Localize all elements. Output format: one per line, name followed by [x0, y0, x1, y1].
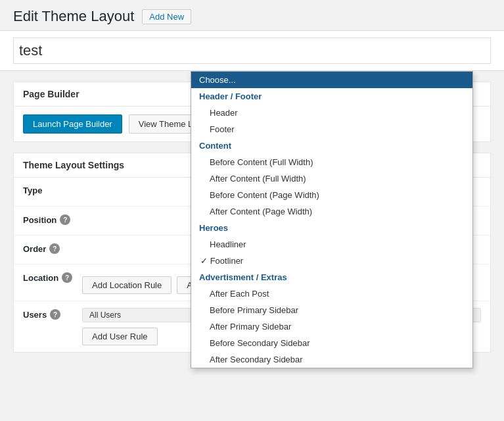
users-help-icon[interactable]: ? [50, 309, 60, 320]
dropdown-group-label: Content [191, 137, 472, 154]
dropdown-option[interactable]: Choose... [191, 72, 472, 88]
title-input[interactable] [13, 37, 491, 64]
location-help-icon[interactable]: ? [62, 272, 72, 283]
add-new-button[interactable]: Add New [142, 9, 191, 24]
users-label: Users ? [23, 308, 82, 320]
order-label: Order ? [23, 242, 82, 254]
add-location-rule-button[interactable]: Add Location Rule [82, 276, 172, 294]
dropdown-group-label: Header / Footer [191, 88, 472, 105]
dropdown-option[interactable]: Before Primary Sidebar [191, 302, 472, 318]
launch-page-builder-button[interactable]: Launch Page Builder [23, 114, 122, 134]
add-user-rule-button[interactable]: Add User Rule [82, 328, 158, 345]
dropdown-group-label: Heroes [191, 220, 472, 236]
main-content: Page Builder Launch Page Builder View Th… [0, 71, 504, 363]
type-label: Type [23, 184, 82, 195]
dropdown-option[interactable]: Footer [191, 121, 472, 137]
dropdown-overlay: Choose...Header / FooterHeaderFooterCont… [191, 71, 473, 368]
position-help-icon[interactable]: ? [60, 214, 70, 225]
dropdown-option[interactable]: Before Content (Page Width) [191, 187, 472, 203]
dropdown-option[interactable]: After Content (Full Width) [191, 170, 472, 187]
dropdown-option[interactable]: Before Content (Full Width) [191, 154, 472, 170]
dropdown-option[interactable]: Footliner [191, 253, 472, 269]
dropdown-option[interactable]: Header [191, 105, 472, 121]
dropdown-group-label: Advertisment / Extras [191, 269, 472, 285]
dropdown-option[interactable]: Before Secondary Sidebar [191, 335, 472, 351]
dropdown-option[interactable]: After Content (Page Width) [191, 203, 472, 220]
position-label: Position ? [23, 213, 82, 225]
dropdown-option[interactable]: Headliner [191, 236, 472, 253]
page-header: Edit Theme Layout Add New [0, 0, 504, 30]
page-title: Edit Theme Layout [13, 8, 134, 25]
order-help-icon[interactable]: ? [49, 243, 60, 254]
dropdown-option[interactable]: After Primary Sidebar [191, 318, 472, 335]
dropdown-option[interactable]: After Secondary Sidebar [191, 351, 472, 368]
location-label: Location ? [23, 271, 82, 283]
dropdown-option[interactable]: After Each Post [191, 285, 472, 302]
title-row [0, 30, 504, 71]
